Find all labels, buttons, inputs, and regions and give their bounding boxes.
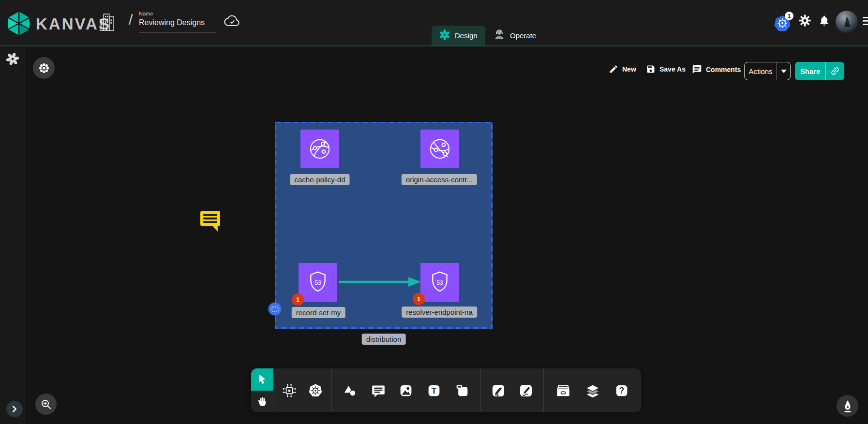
node-label-record-set: record-set-my: [292, 307, 345, 318]
actions-button[interactable]: Actions: [744, 62, 791, 80]
new-button[interactable]: New: [609, 64, 636, 74]
share-button-label[interactable]: Share: [795, 62, 826, 80]
comment-icon: [692, 64, 702, 74]
kubernetes-context-icon[interactable]: 1: [773, 12, 794, 35]
user-avatar[interactable]: [836, 11, 858, 33]
cloudfront-origin-access-icon: [427, 136, 453, 162]
node-label-origin-access: origin-access-contr...: [402, 174, 477, 185]
tab-operate[interactable]: Operate: [486, 26, 544, 45]
operate-person-icon: [494, 29, 505, 42]
tool-kubernetes[interactable]: [306, 381, 325, 400]
canvas-comment-marker[interactable]: [199, 210, 221, 234]
cloud-saved-icon: [224, 14, 240, 29]
copy-link-button[interactable]: [826, 62, 844, 80]
node-cache-policy[interactable]: [300, 130, 339, 168]
caret-down-icon: [781, 70, 787, 73]
tool-pan[interactable]: [251, 391, 273, 413]
settings-gear-icon[interactable]: [798, 14, 811, 29]
node-label-resolver-endpoint: resolver-endpoint-na: [402, 307, 477, 318]
left-sidebar: [0, 47, 25, 424]
design-name-label: Name: [139, 11, 216, 16]
node-badge-resolver-endpoint[interactable]: 1: [413, 293, 425, 305]
route53-shield-icon: 53: [427, 269, 453, 295]
pencil-icon: [609, 64, 618, 74]
node-resolver-endpoint[interactable]: 53: [420, 263, 459, 302]
edge-record-to-resolver[interactable]: [337, 276, 424, 288]
svg-text:T: T: [432, 386, 437, 395]
cursor-icon: [256, 373, 269, 386]
svg-text:?: ?: [619, 386, 624, 395]
node-origin-access-control[interactable]: [420, 130, 459, 168]
tab-design[interactable]: Design: [432, 26, 485, 45]
tool-text[interactable]: T: [424, 381, 444, 400]
pen-nib-button[interactable]: [837, 395, 858, 417]
route53-shield-icon: 53: [305, 269, 331, 295]
tool-image[interactable]: [396, 381, 416, 400]
save-as-button[interactable]: Save As: [646, 64, 686, 74]
tool-sketch[interactable]: [516, 381, 536, 400]
svg-text:53: 53: [436, 279, 443, 286]
kubernetes-helm-icon: [307, 382, 324, 399]
node-record-set[interactable]: 53: [299, 263, 337, 302]
text-icon: T: [426, 382, 442, 399]
tool-archive[interactable]: [554, 381, 573, 400]
edge-pen-icon: [490, 382, 507, 399]
actions-dropdown-caret[interactable]: [777, 62, 790, 80]
group-selection-handle[interactable]: [268, 302, 282, 318]
tool-shapes[interactable]: [341, 381, 360, 400]
archive-drawer-icon: [554, 382, 572, 399]
save-as-button-label: Save As: [659, 65, 686, 73]
layers-icon: [584, 382, 601, 399]
kanvas-logo-icon: [7, 11, 31, 38]
note-icon: [454, 382, 470, 399]
help-icon: ?: [614, 382, 630, 399]
tool-edge-pen[interactable]: [489, 381, 508, 400]
group-label: distribution: [362, 334, 406, 345]
actions-button-label[interactable]: Actions: [745, 62, 777, 80]
link-icon: [830, 66, 840, 76]
tool-dock: T: [251, 368, 641, 412]
menu-hamburger-icon[interactable]: [863, 16, 868, 28]
node-badge-record-set[interactable]: 1: [292, 293, 304, 306]
hand-icon: [256, 395, 269, 408]
tab-design-label: Design: [455, 31, 478, 40]
tool-note[interactable]: [452, 381, 472, 400]
svg-text:53: 53: [314, 279, 321, 286]
zoom-in-button[interactable]: [35, 394, 57, 415]
comments-button[interactable]: Comments: [692, 64, 741, 74]
design-name-field: Name: [139, 11, 216, 32]
cloudfront-cache-policy-icon: [307, 136, 333, 162]
meshery-swirl-icon[interactable]: [6, 52, 19, 68]
notifications-bell-icon[interactable]: [818, 15, 830, 29]
kubernetes-badge: 1: [788, 13, 791, 19]
app-logo[interactable]: KANVAS: [7, 11, 111, 38]
circuit-components-icon: [281, 382, 298, 399]
tab-operate-label: Operate: [510, 31, 536, 40]
tool-comment[interactable]: [369, 381, 388, 400]
tool-components[interactable]: [280, 381, 299, 400]
tool-help[interactable]: ?: [612, 381, 631, 400]
save-icon: [646, 64, 656, 74]
image-icon: [398, 382, 414, 399]
tool-select[interactable]: [251, 368, 273, 391]
shapes-icon: [342, 382, 359, 399]
breadcrumb-separator: /: [129, 12, 133, 28]
design-swirl-icon: [439, 29, 450, 42]
dock-flower-button[interactable]: [33, 57, 55, 79]
design-name-input[interactable]: [139, 16, 216, 32]
app-header: KANVAS / Name: [0, 0, 868, 46]
tool-layers[interactable]: [583, 381, 602, 400]
comment-bubble-icon: [370, 382, 387, 399]
sidebar-expand-chevron[interactable]: [6, 401, 23, 417]
organization-icon[interactable]: [98, 13, 115, 34]
share-button[interactable]: Share: [795, 62, 844, 80]
sketch-pencil-icon: [518, 382, 534, 399]
node-label-cache-policy: cache-policy-dd: [290, 174, 349, 185]
comments-button-label: Comments: [706, 66, 741, 73]
new-button-label: New: [622, 65, 636, 73]
